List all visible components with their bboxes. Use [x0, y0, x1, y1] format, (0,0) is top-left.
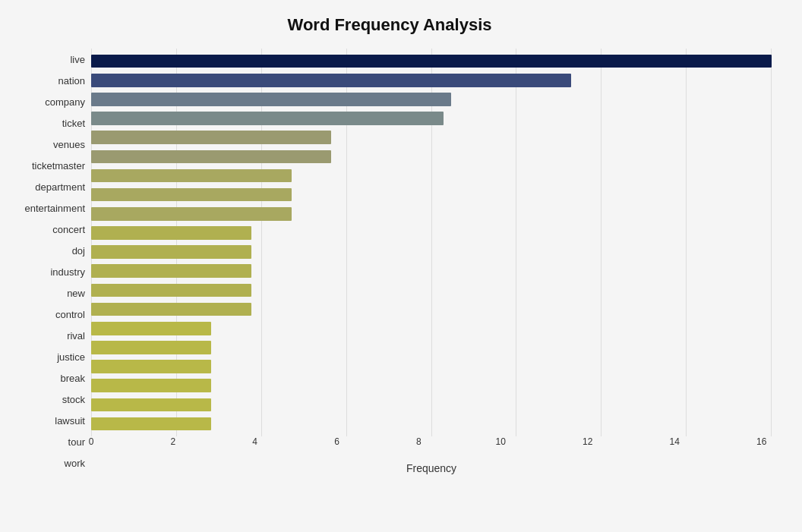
bar: [91, 112, 444, 125]
bar-row: [91, 262, 772, 281]
y-label: concert: [52, 225, 85, 235]
y-label: tour: [68, 437, 85, 447]
bar-row: [91, 147, 772, 166]
bar: [91, 93, 451, 106]
bar: [91, 226, 251, 240]
y-label: ticket: [62, 118, 85, 128]
y-label: industry: [50, 267, 85, 277]
y-label: work: [65, 458, 85, 468]
y-label: department: [35, 182, 85, 192]
bar-row: [91, 414, 772, 433]
x-axis-label: 6: [334, 436, 339, 447]
bar: [91, 188, 292, 202]
bar: [91, 379, 211, 392]
bar: [91, 131, 331, 144]
y-label: ticketmaster: [32, 161, 85, 171]
bar: [91, 322, 211, 335]
y-label: rival: [67, 331, 85, 341]
x-axis-label: 2: [170, 436, 175, 447]
y-label: entertainment: [25, 203, 86, 213]
bar: [91, 55, 772, 68]
bar-row: [91, 319, 772, 338]
y-label: stock: [62, 395, 85, 405]
x-axis-label: 14: [669, 436, 679, 447]
bar-row: [91, 204, 772, 223]
x-axis-label: 0: [89, 436, 94, 447]
y-label: lawsuit: [55, 416, 85, 426]
bar: [91, 74, 571, 87]
x-axis-label: 10: [495, 436, 505, 447]
bar: [91, 245, 251, 259]
bars-container: [91, 49, 772, 436]
x-axis-label: 12: [583, 436, 592, 447]
bar: [91, 398, 211, 412]
bar-row: [91, 109, 772, 127]
bar-row: [91, 376, 772, 395]
bar-row: [91, 128, 772, 147]
bar: [91, 284, 251, 297]
y-label: venues: [53, 140, 85, 150]
y-label: company: [45, 97, 85, 107]
bar-row: [91, 71, 772, 90]
bar-row: [91, 243, 772, 262]
x-axis-label: 16: [756, 436, 766, 447]
bar-row: [91, 395, 772, 414]
bar-row: [91, 52, 772, 71]
bottom-area: Frequency: [91, 459, 772, 474]
bar-row: [91, 90, 772, 109]
bar: [91, 360, 211, 373]
y-label: break: [60, 373, 85, 383]
y-label: new: [67, 288, 85, 298]
chart-title: Word Frequency Analysis: [8, 15, 772, 35]
bar: [91, 150, 331, 164]
x-axis-labels: 0246810121416: [91, 436, 772, 459]
bar-row: [91, 185, 772, 204]
chart-area: livenationcompanyticketvenuesticketmaste…: [8, 49, 772, 474]
bars-and-grid: 0246810121416: [91, 49, 772, 459]
chart-container: Word Frequency Analysis livenationcompan…: [0, 0, 802, 532]
x-axis-title: Frequency: [91, 462, 772, 474]
bar-row: [91, 357, 772, 376]
bar: [91, 207, 292, 221]
y-label: nation: [58, 76, 85, 86]
bar-row: [91, 300, 772, 319]
y-label: doj: [72, 246, 85, 256]
bar-row: [91, 338, 772, 357]
y-label: justice: [57, 352, 85, 362]
y-label: live: [70, 55, 85, 65]
x-axis-label: 4: [252, 436, 257, 447]
bar: [91, 417, 211, 431]
bar: [91, 169, 292, 183]
x-axis-label: 8: [416, 436, 422, 447]
bar: [91, 341, 211, 354]
bar-row: [91, 281, 772, 300]
bar-row: [91, 166, 772, 185]
y-label: control: [55, 310, 85, 320]
y-axis-labels: livenationcompanyticketvenuesticketmaste…: [8, 49, 91, 474]
bar: [91, 303, 251, 316]
bar: [91, 264, 251, 278]
bar-row: [91, 223, 772, 242]
